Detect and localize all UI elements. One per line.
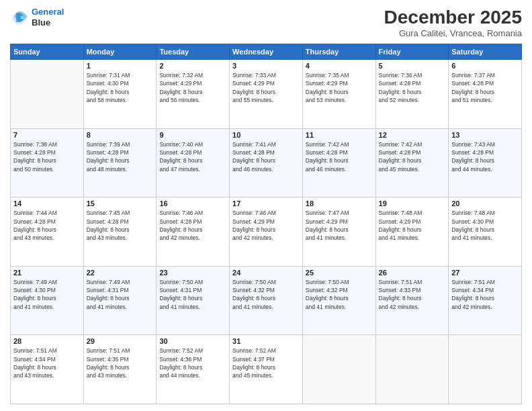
header: General Blue December 2025 Gura Calitei,… xyxy=(10,7,522,38)
day-number: 22 xyxy=(87,269,154,277)
day-info: Sunrise: 7:41 AMSunset: 4:28 PMDaylight:… xyxy=(232,140,300,173)
day-number: 25 xyxy=(306,269,373,277)
month-title: December 2025 xyxy=(384,7,522,28)
calendar-cell: 28Sunrise: 7:51 AMSunset: 4:34 PMDayligh… xyxy=(11,335,84,404)
day-info: Sunrise: 7:51 AMSunset: 4:34 PMDaylight:… xyxy=(451,278,519,311)
calendar-cell: 7Sunrise: 7:38 AMSunset: 4:28 PMDaylight… xyxy=(11,128,84,197)
weekday-friday: Friday xyxy=(375,44,449,60)
day-info: Sunrise: 7:51 AMSunset: 4:33 PMDaylight:… xyxy=(379,278,446,311)
day-info: Sunrise: 7:52 AMSunset: 4:36 PMDaylight:… xyxy=(159,347,226,379)
calendar-cell: 15Sunrise: 7:45 AMSunset: 4:28 PMDayligh… xyxy=(83,197,157,267)
day-number: 30 xyxy=(159,337,226,345)
page: General Blue December 2025 Gura Calitei,… xyxy=(0,0,532,411)
day-number: 8 xyxy=(87,131,154,139)
day-number: 15 xyxy=(87,199,154,208)
week-row-4: 28Sunrise: 7:51 AMSunset: 4:34 PMDayligh… xyxy=(11,335,522,404)
logo-text: General Blue xyxy=(32,7,64,28)
day-number: 21 xyxy=(13,269,81,277)
weekday-tuesday: Tuesday xyxy=(157,44,230,60)
day-number: 7 xyxy=(13,131,81,139)
calendar-cell: 5Sunrise: 7:36 AMSunset: 4:28 PMDaylight… xyxy=(375,60,449,129)
day-number: 3 xyxy=(232,62,300,70)
day-info: Sunrise: 7:44 AMSunset: 4:28 PMDaylight:… xyxy=(13,209,81,242)
calendar-cell: 13Sunrise: 7:43 AMSunset: 4:28 PMDayligh… xyxy=(449,128,522,197)
calendar-cell: 4Sunrise: 7:35 AMSunset: 4:29 PMDaylight… xyxy=(302,60,375,129)
day-number: 28 xyxy=(13,337,81,345)
day-info: Sunrise: 7:42 AMSunset: 4:28 PMDaylight:… xyxy=(306,140,373,173)
week-row-0: 1Sunrise: 7:31 AMSunset: 4:30 PMDaylight… xyxy=(11,60,522,129)
calendar-cell: 1Sunrise: 7:31 AMSunset: 4:30 PMDaylight… xyxy=(83,60,157,129)
day-info: Sunrise: 7:31 AMSunset: 4:30 PMDaylight:… xyxy=(87,71,154,104)
calendar-cell xyxy=(375,335,449,404)
logo: General Blue xyxy=(10,7,64,28)
day-number: 26 xyxy=(379,269,446,277)
calendar-cell xyxy=(449,335,522,404)
week-row-3: 21Sunrise: 7:49 AMSunset: 4:30 PMDayligh… xyxy=(11,266,522,335)
day-info: Sunrise: 7:50 AMSunset: 4:31 PMDaylight:… xyxy=(159,278,226,311)
day-number: 5 xyxy=(379,62,446,70)
weekday-sunday: Sunday xyxy=(11,44,84,60)
day-number: 4 xyxy=(306,62,373,70)
calendar-cell: 2Sunrise: 7:32 AMSunset: 4:29 PMDaylight… xyxy=(157,60,230,129)
day-number: 17 xyxy=(232,199,300,208)
calendar-cell: 8Sunrise: 7:39 AMSunset: 4:28 PMDaylight… xyxy=(83,128,157,197)
day-info: Sunrise: 7:43 AMSunset: 4:28 PMDaylight:… xyxy=(451,140,519,173)
calendar-cell: 22Sunrise: 7:49 AMSunset: 4:31 PMDayligh… xyxy=(83,266,157,335)
calendar-cell: 11Sunrise: 7:42 AMSunset: 4:28 PMDayligh… xyxy=(302,128,375,197)
calendar-cell: 19Sunrise: 7:48 AMSunset: 4:29 PMDayligh… xyxy=(375,197,449,267)
day-number: 13 xyxy=(451,131,519,139)
weekday-saturday: Saturday xyxy=(449,44,522,60)
calendar-cell: 26Sunrise: 7:51 AMSunset: 4:33 PMDayligh… xyxy=(375,266,449,335)
day-info: Sunrise: 7:32 AMSunset: 4:29 PMDaylight:… xyxy=(159,71,226,104)
day-info: Sunrise: 7:36 AMSunset: 4:28 PMDaylight:… xyxy=(379,71,446,104)
calendar-cell: 12Sunrise: 7:42 AMSunset: 4:28 PMDayligh… xyxy=(375,128,449,197)
calendar-cell: 23Sunrise: 7:50 AMSunset: 4:31 PMDayligh… xyxy=(157,266,230,335)
calendar-cell: 17Sunrise: 7:46 AMSunset: 4:29 PMDayligh… xyxy=(230,197,303,267)
day-info: Sunrise: 7:35 AMSunset: 4:29 PMDaylight:… xyxy=(306,71,373,104)
day-info: Sunrise: 7:39 AMSunset: 4:28 PMDaylight:… xyxy=(87,140,154,173)
day-number: 29 xyxy=(87,337,154,345)
day-number: 16 xyxy=(159,199,226,208)
calendar-cell: 14Sunrise: 7:44 AMSunset: 4:28 PMDayligh… xyxy=(11,197,84,267)
calendar-cell: 9Sunrise: 7:40 AMSunset: 4:28 PMDaylight… xyxy=(157,128,230,197)
day-number: 27 xyxy=(451,269,519,277)
calendar-cell: 16Sunrise: 7:46 AMSunset: 4:28 PMDayligh… xyxy=(157,197,230,267)
calendar-cell: 31Sunrise: 7:52 AMSunset: 4:37 PMDayligh… xyxy=(230,335,303,404)
day-number: 10 xyxy=(232,131,300,139)
day-info: Sunrise: 7:52 AMSunset: 4:37 PMDaylight:… xyxy=(232,347,300,379)
day-info: Sunrise: 7:48 AMSunset: 4:29 PMDaylight:… xyxy=(379,209,446,242)
day-info: Sunrise: 7:48 AMSunset: 4:30 PMDaylight:… xyxy=(451,209,519,242)
day-number: 6 xyxy=(451,62,519,70)
calendar-cell: 21Sunrise: 7:49 AMSunset: 4:30 PMDayligh… xyxy=(11,266,84,335)
calendar-cell: 18Sunrise: 7:47 AMSunset: 4:29 PMDayligh… xyxy=(302,197,375,267)
calendar-cell: 3Sunrise: 7:33 AMSunset: 4:29 PMDaylight… xyxy=(230,60,303,129)
day-number: 12 xyxy=(379,131,446,139)
calendar-cell: 27Sunrise: 7:51 AMSunset: 4:34 PMDayligh… xyxy=(449,266,522,335)
day-number: 18 xyxy=(306,199,373,208)
day-info: Sunrise: 7:42 AMSunset: 4:28 PMDaylight:… xyxy=(379,140,446,173)
day-info: Sunrise: 7:49 AMSunset: 4:31 PMDaylight:… xyxy=(87,278,154,311)
day-info: Sunrise: 7:49 AMSunset: 4:30 PMDaylight:… xyxy=(13,278,81,311)
weekday-header-row: SundayMondayTuesdayWednesdayThursdayFrid… xyxy=(11,44,522,60)
day-number: 19 xyxy=(379,199,446,208)
weekday-wednesday: Wednesday xyxy=(230,44,303,60)
day-number: 31 xyxy=(232,337,300,345)
weekday-monday: Monday xyxy=(83,44,157,60)
day-info: Sunrise: 7:50 AMSunset: 4:32 PMDaylight:… xyxy=(306,278,373,311)
day-number: 24 xyxy=(232,269,300,277)
day-info: Sunrise: 7:50 AMSunset: 4:32 PMDaylight:… xyxy=(232,278,300,311)
day-info: Sunrise: 7:46 AMSunset: 4:29 PMDaylight:… xyxy=(232,209,300,242)
week-row-1: 7Sunrise: 7:38 AMSunset: 4:28 PMDaylight… xyxy=(11,128,522,197)
day-info: Sunrise: 7:51 AMSunset: 4:34 PMDaylight:… xyxy=(13,347,81,379)
day-info: Sunrise: 7:33 AMSunset: 4:29 PMDaylight:… xyxy=(232,71,300,104)
calendar-table: SundayMondayTuesdayWednesdayThursdayFrid… xyxy=(10,44,522,404)
calendar-cell: 25Sunrise: 7:50 AMSunset: 4:32 PMDayligh… xyxy=(302,266,375,335)
week-row-2: 14Sunrise: 7:44 AMSunset: 4:28 PMDayligh… xyxy=(11,197,522,267)
location-subtitle: Gura Calitei, Vrancea, Romania xyxy=(384,28,522,38)
day-info: Sunrise: 7:40 AMSunset: 4:28 PMDaylight:… xyxy=(159,140,226,173)
logo-icon xyxy=(10,8,29,27)
day-info: Sunrise: 7:45 AMSunset: 4:28 PMDaylight:… xyxy=(87,209,154,242)
day-info: Sunrise: 7:46 AMSunset: 4:28 PMDaylight:… xyxy=(159,209,226,242)
day-number: 11 xyxy=(306,131,373,139)
title-block: December 2025 Gura Calitei, Vrancea, Rom… xyxy=(384,7,522,38)
